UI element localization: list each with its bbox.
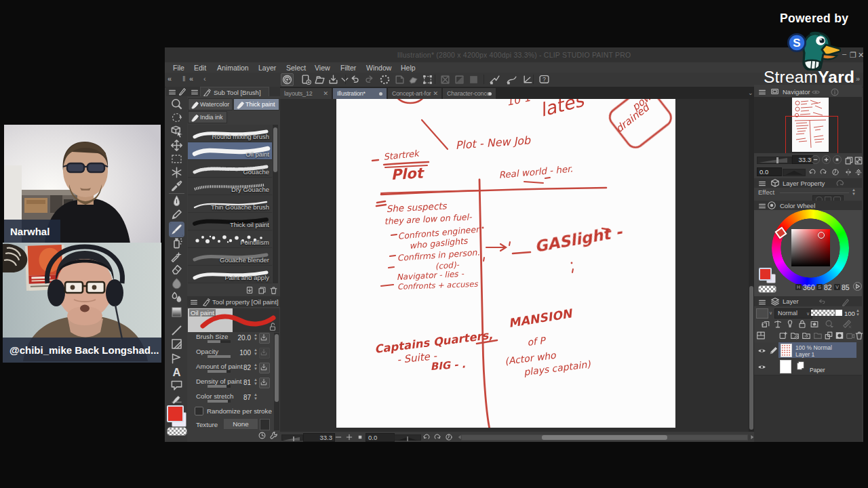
processing-icon[interactable] [379, 74, 391, 85]
new-vector-layer-icon[interactable] [790, 331, 800, 340]
brush-item-thick-oil-paint[interactable]: Thick oil paint [188, 213, 272, 230]
zoom-slider[interactable] [281, 434, 303, 441]
sv-cursor[interactable] [818, 232, 825, 239]
tool-panel-menu-icon[interactable] [167, 87, 177, 97]
tool-wand-icon[interactable] [170, 166, 183, 179]
nav-expand-icon[interactable] [854, 156, 863, 165]
lock-layer-icon[interactable] [797, 319, 807, 329]
property-slider[interactable] [208, 355, 231, 358]
property-slider[interactable] [208, 340, 231, 343]
layer-color-caret-icon[interactable]: ∨ [769, 310, 772, 316]
zoom-reset-icon[interactable] [356, 433, 364, 441]
property-dynamics-button[interactable] [259, 363, 270, 373]
property-dynamics-button[interactable] [259, 348, 270, 359]
snap-to-ruler-icon[interactable] [489, 74, 500, 85]
randomize-checkbox[interactable] [195, 407, 203, 415]
tool-balloon-icon[interactable] [170, 379, 183, 392]
layer-thumbnail[interactable] [781, 344, 792, 357]
navigator-rotate-value[interactable]: 0.0 [757, 167, 782, 176]
layer-opacity-slider[interactable] [811, 310, 842, 316]
subtool-group-tab-india-ink[interactable]: India ink [188, 111, 227, 123]
brush-item-thin-gouache-brush[interactable]: Thin Gouache brush [188, 195, 272, 213]
tool-text-icon[interactable]: A [170, 366, 183, 379]
nav-rotate-left-icon[interactable] [808, 168, 816, 176]
property-stepper-icon[interactable]: ▲▼ [254, 378, 258, 386]
tool-property-scrollbar[interactable] [274, 333, 279, 430]
refresh-icon[interactable] [835, 179, 845, 188]
nav-flip-horizontal-icon[interactable] [844, 168, 852, 176]
nav-zoom-reset-button[interactable] [833, 155, 842, 164]
layer-opacity-value[interactable]: 100 [844, 310, 855, 317]
tool-frame-icon[interactable] [170, 338, 183, 350]
brush-item-gouache[interactable]: Gouache [188, 160, 272, 178]
new-document-icon[interactable] [300, 74, 312, 85]
blend-mode-select[interactable]: Normal ∨ [774, 308, 812, 319]
snap-to-special-ruler-icon[interactable] [506, 74, 517, 85]
scrollbar-thumb[interactable] [273, 127, 277, 172]
reference-layer-icon[interactable] [825, 319, 834, 329]
property-dynamics-button[interactable] [259, 333, 270, 344]
texture-value-box[interactable]: None [224, 419, 258, 429]
tool-eraser-icon[interactable] [170, 263, 183, 276]
ruler-icon-icon[interactable] [842, 319, 852, 329]
navigator-zoom-slider[interactable] [757, 157, 792, 164]
tab-close-icon[interactable]: ✕ [323, 90, 328, 97]
new-layer-folder-icon[interactable] [802, 331, 811, 340]
layer-visibility-icon[interactable] [757, 346, 766, 355]
tool-rotate-icon[interactable] [170, 111, 183, 124]
menu-edit[interactable]: Edit [194, 64, 206, 72]
rotation-value-box[interactable]: 0.0 [366, 433, 395, 442]
brush-list-scrollbar[interactable] [273, 125, 278, 283]
collapse-arrow-icon[interactable]: ‹ [203, 75, 206, 83]
subtool-panel-menu-icon[interactable] [190, 87, 199, 97]
color-wheel-menu-icon[interactable] [757, 201, 767, 211]
tool-move-icon[interactable] [170, 139, 183, 152]
rotate-reset-icon[interactable] [445, 433, 453, 441]
texture-preview-box[interactable] [260, 419, 270, 430]
delete-layer-icon[interactable] [854, 331, 864, 340]
menu-animation[interactable]: Animation [217, 64, 249, 72]
tool-blend-icon[interactable] [170, 277, 183, 289]
change-panel-layout-icon[interactable] [756, 331, 766, 340]
tool-ruler-icon[interactable] [170, 352, 183, 365]
property-slider[interactable] [208, 370, 231, 373]
tool-zoom-icon[interactable] [170, 98, 183, 110]
delete-subtool-icon[interactable] [269, 286, 278, 295]
layer-undo-icon[interactable] [817, 298, 827, 307]
duplicate-subtool-icon[interactable] [258, 286, 267, 295]
close-button[interactable]: ✕ [858, 52, 864, 58]
clip-to-layer-below-icon[interactable] [761, 319, 770, 329]
mask-to-selection-icon[interactable] [846, 331, 855, 340]
enable-mask-icon[interactable] [785, 319, 795, 329]
selection-fill-icon[interactable] [468, 74, 479, 85]
tool-gradient-icon[interactable] [170, 306, 183, 319]
property-stepper-icon[interactable]: ▲▼ [254, 348, 258, 356]
tool-fill-icon[interactable] [170, 290, 183, 303]
advanced-settings-icon[interactable] [269, 431, 278, 440]
nav-rotate-reset-icon[interactable] [831, 168, 840, 176]
nav-zoom-in-button[interactable] [822, 155, 831, 164]
menu-view[interactable]: View [315, 64, 330, 72]
menu-file[interactable]: File [173, 64, 184, 72]
property-value[interactable]: 20.0 [238, 334, 251, 342]
tool-pencil-icon[interactable] [170, 208, 183, 221]
move-to-folder-icon[interactable] [813, 331, 823, 340]
navigator-preview[interactable] [754, 97, 862, 153]
property-slider[interactable] [208, 400, 231, 403]
brush-item-gouache-blender[interactable]: Gouache blender [188, 248, 272, 266]
layer-color-swatch[interactable] [756, 308, 768, 319]
collapse-panel-icon[interactable]: « [189, 75, 193, 83]
tool-property-menu-icon[interactable] [189, 298, 199, 307]
tab-overflow-icon[interactable]: ⌄ [748, 89, 753, 96]
menu-layer[interactable]: Layer [258, 64, 276, 72]
subtool-group-tab-watercolor[interactable]: Watercolor [188, 98, 233, 110]
restore-defaults-icon[interactable] [258, 431, 267, 440]
collapse-dock-icon[interactable]: « [167, 75, 172, 83]
property-dynamics-button[interactable] [259, 378, 270, 388]
color-mode-button[interactable] [853, 282, 862, 291]
tool-brush-icon[interactable] [170, 223, 183, 236]
save-file-icon[interactable] [328, 74, 339, 85]
layer-panel-menu-icon[interactable] [757, 298, 767, 307]
crop-canvas-icon[interactable] [422, 74, 433, 85]
info-icon[interactable] [830, 87, 840, 97]
